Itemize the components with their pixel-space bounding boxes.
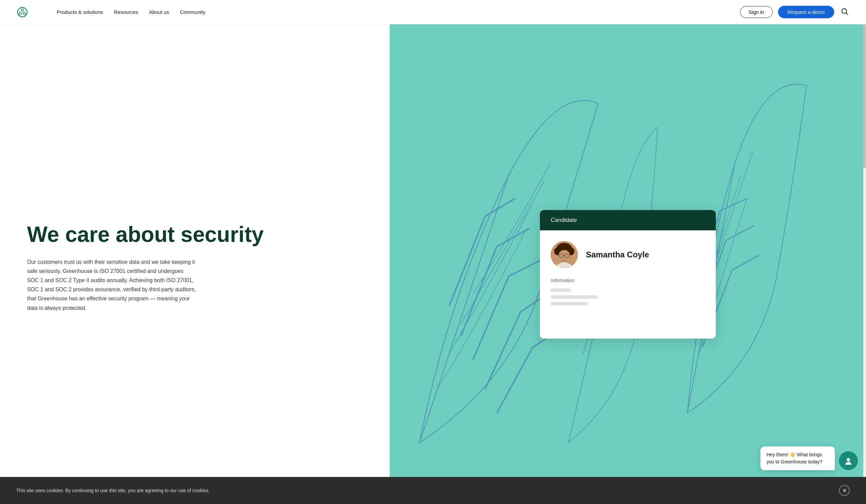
chat-open-button[interactable] xyxy=(839,451,858,470)
svg-point-32 xyxy=(561,243,568,250)
scrollbar-thumb[interactable] xyxy=(863,24,866,168)
cookie-text: This site uses cookies. By continuing to… xyxy=(16,487,210,494)
candidate-card: Candidate xyxy=(540,210,716,339)
hero-right: Candidate xyxy=(390,24,866,504)
navigation: Products & solutions Resources About us … xyxy=(0,0,866,24)
candidate-avatar xyxy=(551,241,578,268)
avatar-image xyxy=(551,241,578,268)
info-line-2 xyxy=(551,295,598,299)
candidate-info-lines xyxy=(551,289,705,305)
nav-link-about[interactable]: About us xyxy=(149,9,169,15)
svg-point-3 xyxy=(23,12,26,14)
svg-point-37 xyxy=(847,458,850,461)
cookie-banner: This site uses cookies. By continuing to… xyxy=(0,477,866,504)
chat-bubble: Hey there! 👋 What brings you to Greenhou… xyxy=(760,447,835,470)
svg-line-9 xyxy=(473,276,509,359)
svg-line-23 xyxy=(732,255,759,270)
svg-point-2 xyxy=(19,12,22,14)
svg-point-1 xyxy=(21,9,24,11)
search-button[interactable] xyxy=(840,7,850,18)
cookie-close-button[interactable]: ✕ xyxy=(839,485,850,496)
hero-description: Our customers trust us with their sensit… xyxy=(27,257,196,313)
search-icon xyxy=(841,8,848,15)
chat-avatar-icon xyxy=(844,456,853,466)
hero-title: We care about security xyxy=(27,223,369,246)
nav-link-community[interactable]: Community xyxy=(180,9,206,15)
chat-widget: Hey there! 👋 What brings you to Greenhou… xyxy=(760,447,858,470)
candidate-card-header: Candidate xyxy=(540,210,716,230)
close-icon: ✕ xyxy=(842,488,847,494)
nav-link-products[interactable]: Products & solutions xyxy=(57,9,103,15)
nav-link-resources[interactable]: Resources xyxy=(114,9,138,15)
svg-line-22 xyxy=(726,226,754,240)
candidate-info-label: Information xyxy=(551,278,705,283)
info-line-1 xyxy=(551,289,571,292)
nav-links: Products & solutions Resources About us … xyxy=(41,0,222,24)
svg-line-13 xyxy=(497,228,530,246)
svg-point-33 xyxy=(558,250,570,264)
candidate-card-body: Samantha Coyle Information xyxy=(540,230,716,316)
svg-line-10 xyxy=(485,312,521,389)
scrollbar-track[interactable] xyxy=(863,24,866,504)
info-line-3 xyxy=(551,302,588,305)
greenhouse-logo[interactable] xyxy=(16,6,29,18)
svg-line-11 xyxy=(497,347,533,413)
nav-left: Products & solutions Resources About us … xyxy=(16,0,222,24)
hero-left: We care about security Our customers tru… xyxy=(0,24,390,504)
hero-section: We care about security Our customers tru… xyxy=(0,24,866,504)
candidate-name: Samantha Coyle xyxy=(586,250,649,259)
nav-right: Sign in Request a demo xyxy=(740,6,850,18)
svg-line-8 xyxy=(461,246,497,336)
svg-line-14 xyxy=(509,258,545,276)
candidate-profile: Samantha Coyle xyxy=(551,241,705,268)
svg-line-5 xyxy=(846,13,848,15)
request-demo-button[interactable]: Request a demo xyxy=(778,6,834,18)
signin-button[interactable]: Sign in xyxy=(740,6,773,18)
